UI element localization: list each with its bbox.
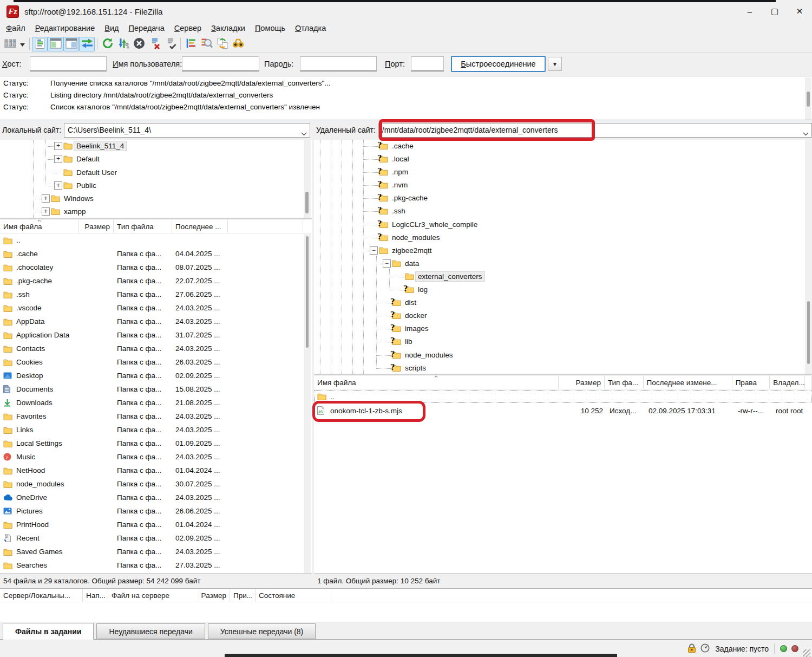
menu-item[interactable]: Сервер: [169, 22, 206, 35]
column-header[interactable]: Тип фа...: [605, 376, 644, 389]
column-header[interactable]: Права: [732, 376, 770, 389]
file-row[interactable]: .vscodeПапка с фа...24.03.2025 ...: [0, 301, 312, 315]
tree-item[interactable]: ?log: [314, 283, 812, 296]
tree-item[interactable]: ?.npm: [314, 166, 812, 179]
file-row[interactable]: DownloadsПапка с фа...21.08.2025 ...: [0, 396, 312, 409]
file-row[interactable]: JSonokom-tcl-1-zb-s.mjs10 252Исход...02.…: [314, 404, 812, 418]
expand-plus-icon[interactable]: +: [54, 181, 62, 190]
column-header[interactable]: Имя файла^: [0, 220, 79, 233]
file-row[interactable]: RecentПапка с фа...02.09.2025 ...: [0, 531, 312, 545]
file-row[interactable]: LinksПапка с фа...24.03.2025 ...: [0, 423, 312, 437]
tree-item[interactable]: ?LogicCLr3_whole_compile: [314, 218, 812, 231]
expand-plus-icon[interactable]: +: [54, 155, 62, 163]
column-header[interactable]: Файл на сервере: [108, 589, 199, 602]
remote-path-combo[interactable]: /mnt/data/root/zigbee2mqtt/data/external…: [378, 123, 812, 138]
expand-plus-icon[interactable]: +: [42, 194, 50, 203]
file-row[interactable]: Saved GamesПапка с фа...24.03.2025 ...: [0, 545, 312, 558]
file-row[interactable]: .pkg-cacheПапка с фа...22.07.2025 ...: [0, 274, 312, 288]
column-header[interactable]: При...: [230, 589, 256, 602]
column-header[interactable]: Размер: [79, 220, 114, 233]
synchronized-browsing-button[interactable]: [214, 37, 230, 51]
file-row[interactable]: ContactsПапка с фа...24.03.2025 ...: [0, 342, 312, 355]
menu-item[interactable]: Передача: [124, 22, 169, 35]
resize-grip[interactable]: [803, 649, 810, 657]
cancel-button[interactable]: [131, 37, 147, 51]
site-manager-button[interactable]: [2, 37, 18, 51]
column-header[interactable]: Владел...: [770, 376, 805, 389]
queue-tab[interactable]: Неудавшиеся передачи: [96, 623, 205, 639]
local-tree-scrollbar[interactable]: [304, 140, 311, 219]
maximize-button[interactable]: ▢: [762, 2, 787, 21]
column-header[interactable]: Нап...: [83, 589, 108, 602]
tree-item[interactable]: +Default: [0, 153, 312, 166]
column-header[interactable]: Последнее ...: [172, 220, 228, 233]
menu-item[interactable]: Вид: [100, 22, 123, 35]
column-header[interactable]: [228, 220, 303, 233]
tree-item[interactable]: ?node_modules: [314, 349, 812, 362]
lock-icon[interactable]: [686, 643, 697, 654]
column-header[interactable]: Состояние: [256, 589, 331, 602]
file-row[interactable]: NetHoodПапка с фа...01.04.2024 ...: [0, 464, 312, 477]
quickconnect-dropdown[interactable]: ▼: [548, 57, 562, 71]
toggle-local-tree-button[interactable]: [48, 37, 63, 51]
close-button[interactable]: ✕: [787, 2, 812, 21]
file-row[interactable]: Application DataПапка с фа...31.07.2025 …: [0, 328, 312, 342]
file-row[interactable]: OneDriveПапка с фа...24.03.2025 ...: [0, 491, 312, 504]
host-input[interactable]: [30, 56, 107, 71]
tree-item[interactable]: ?.pkg-cache: [314, 192, 812, 205]
password-input[interactable]: [300, 56, 377, 71]
file-row[interactable]: .sshПапка с фа...27.06.2025 ...: [0, 288, 312, 301]
tree-item[interactable]: ?dist: [314, 296, 812, 309]
reconnect-button[interactable]: [162, 37, 178, 51]
quickconnect-button[interactable]: Быстрое соединение: [451, 56, 546, 72]
tree-item[interactable]: ?.ssh: [314, 205, 812, 218]
toggle-message-log-button[interactable]: [32, 37, 48, 51]
tree-item[interactable]: ?lib: [314, 335, 812, 348]
file-row[interactable]: node_modulesПапка с фа...30.07.2025 ...: [0, 477, 312, 491]
file-row[interactable]: PicturesПапка с фа...26.06.2025 ...: [0, 504, 312, 518]
column-header[interactable]: Имя файла^: [314, 376, 559, 389]
file-row[interactable]: AppDataПапка с фа...24.03.2025 ...: [0, 315, 312, 328]
file-row[interactable]: DocumentsПапка с фа...15.08.2025 ...: [0, 382, 312, 396]
tree-item[interactable]: ?.local: [314, 153, 812, 166]
column-header[interactable]: Последнее измене...: [644, 376, 732, 389]
file-row[interactable]: PrintHoodПапка с фа...01.04.2024 ...: [0, 518, 312, 531]
file-row[interactable]: .chocolateyПапка с фа...08.07.2025 ...: [0, 261, 312, 274]
log-scrollbar[interactable]: [805, 77, 811, 120]
local-path-combo[interactable]: C:\Users\Beelink_511_4\: [64, 123, 310, 138]
file-row[interactable]: FavoritesПапка с фа...24.03.2025 ...: [0, 409, 312, 423]
tree-item[interactable]: +Windows: [0, 192, 312, 205]
site-manager-dropdown[interactable]: [18, 37, 27, 51]
column-header[interactable]: [805, 376, 812, 389]
tree-item[interactable]: −data: [314, 257, 812, 270]
directory-comparison-button[interactable]: [199, 37, 214, 51]
process-queue-button[interactable]: [115, 37, 131, 51]
tree-item[interactable]: ?.nvm: [314, 179, 812, 192]
port-input[interactable]: [411, 56, 444, 71]
remote-tree-scrollbar[interactable]: [805, 140, 812, 375]
column-header[interactable]: Размер: [199, 589, 230, 602]
tree-item[interactable]: external_converters: [314, 270, 812, 283]
tree-item[interactable]: +xampp: [0, 205, 312, 218]
local-files-scrollbar[interactable]: [304, 234, 311, 573]
file-row[interactable]: ..: [0, 233, 312, 247]
file-row[interactable]: ..: [314, 389, 812, 404]
queue-tab[interactable]: Файлы в задании: [3, 623, 94, 640]
tree-item[interactable]: −zigbee2mqtt: [314, 244, 812, 257]
username-input[interactable]: [182, 56, 259, 71]
disconnect-button[interactable]: [147, 37, 162, 51]
file-row[interactable]: ♪MusicПапка с фа...24.03.2025 ...: [0, 450, 312, 464]
expand-plus-icon[interactable]: +: [54, 142, 62, 150]
menu-item[interactable]: Отладка: [290, 22, 331, 35]
refresh-button[interactable]: [100, 37, 115, 51]
menu-item[interactable]: Файл: [1, 22, 30, 35]
find-files-button[interactable]: [230, 37, 246, 51]
speed-limit-icon[interactable]: [700, 643, 710, 654]
toggle-remote-tree-button[interactable]: [63, 37, 79, 51]
expand-plus-icon[interactable]: +: [42, 207, 50, 216]
collapse-minus-icon[interactable]: −: [383, 259, 391, 268]
tree-item[interactable]: ?.cache: [314, 140, 812, 153]
file-row[interactable]: .cacheПапка с фа...04.04.2025 ...: [0, 247, 312, 261]
tree-item[interactable]: +Public: [0, 179, 312, 192]
tree-item[interactable]: ?scripts: [314, 362, 812, 375]
